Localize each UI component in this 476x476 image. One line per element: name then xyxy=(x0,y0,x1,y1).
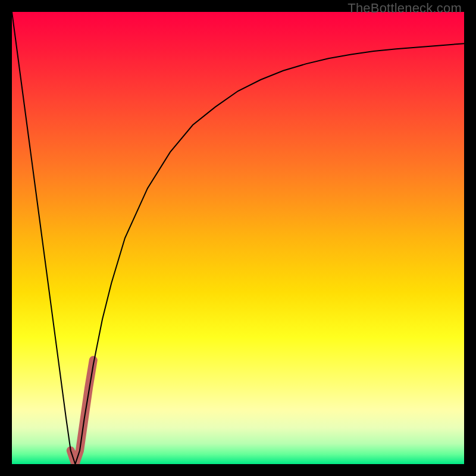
watermark-text: TheBottleneck.com xyxy=(347,1,462,16)
plot-area xyxy=(12,12,464,464)
curve-layer xyxy=(12,12,464,464)
recommended-range-overlay xyxy=(71,360,93,464)
chart-frame: TheBottleneck.com xyxy=(0,0,476,476)
bottleneck-curve xyxy=(12,12,464,464)
